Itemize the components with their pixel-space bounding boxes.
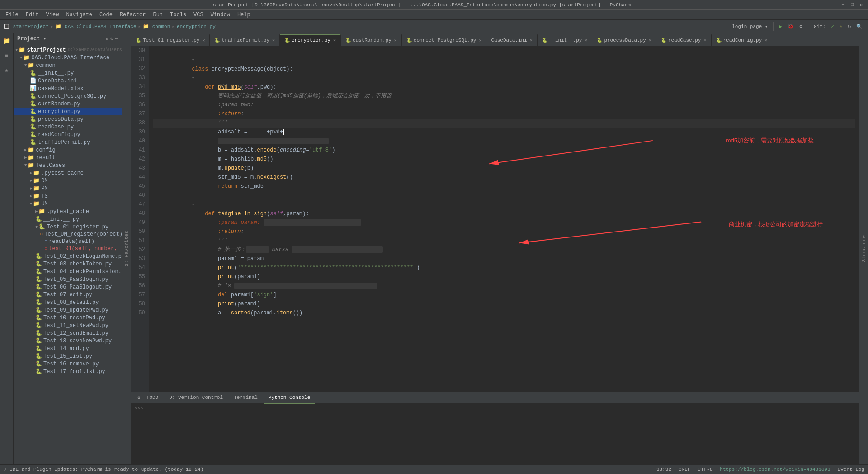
tree-readdata[interactable]: ○ readData(self) — [14, 238, 122, 245]
menu-code[interactable]: Code — [96, 10, 116, 20]
settings-icon[interactable]: ⚙ — [110, 36, 113, 42]
breadcrumb-folder[interactable]: 📁 common — [143, 24, 170, 29]
menu-edit[interactable]: Edit — [22, 10, 42, 20]
maximize-button[interactable]: □ — [849, 2, 855, 8]
close-button[interactable]: ✕ — [858, 2, 864, 8]
options-icon[interactable]: ⋯ — [115, 36, 118, 42]
tab-processdata[interactable]: 🐍 processData.py ✕ — [592, 34, 656, 46]
tree-startproject[interactable]: ▼ 📁 startProject D:\360MoveData\Users\le… — [14, 46, 122, 54]
breadcrumb-module[interactable]: 📁 OAS.Cloud.PAAS_Interface — [55, 24, 136, 29]
menu-vcs[interactable]: VCS — [190, 10, 207, 20]
tree-test05[interactable]: 🐍 Test_05_PaaSlogin.py — [14, 275, 122, 283]
menu-tools[interactable]: Tools — [166, 10, 190, 20]
tree-test03[interactable]: 🐍 Test_03_checkToken.py — [14, 260, 122, 268]
tree-test06[interactable]: 🐍 Test_06_PaaSlogout.py — [14, 283, 122, 291]
tree-casemodel-xlsx[interactable]: 📊 caseModel.xlsx — [14, 85, 122, 92]
tree-test04[interactable]: 🐍 Test_04_checkPermission.py — [14, 268, 122, 275]
tab-connect-pg[interactable]: 🐍 connect_PostgreSQL.py ✕ — [402, 34, 487, 46]
menu-navigate[interactable]: Navigate — [62, 10, 96, 20]
tree-pytest-cache[interactable]: ▶ 📁 .pytest_cache — [14, 169, 122, 177]
tree-ts[interactable]: ▶ 📁 TS — [14, 192, 122, 200]
breadcrumb-project[interactable]: 🔳 startProject — [4, 24, 49, 29]
update-status[interactable]: ⚡ IDE and Plugin Updates: PyCharm is rea… — [4, 466, 203, 472]
tree-test14[interactable]: 🐍 Test_14_add.py — [14, 345, 122, 352]
tab-casedata[interactable]: CaseData.ini ✕ — [486, 34, 537, 46]
tree-test17[interactable]: 🐍 Test_17_fool.ist.py — [14, 368, 122, 375]
tree-test16[interactable]: 🐍 Test_16_remove.py — [14, 360, 122, 368]
tree-test07[interactable]: 🐍 Test_07_edit.py — [14, 291, 122, 299]
tree-config[interactable]: ▶ 📁 config — [14, 146, 122, 154]
refresh-btn[interactable]: ↻ — [846, 23, 853, 30]
menu-window[interactable]: Window — [207, 10, 234, 20]
tab-readconfig[interactable]: 🐍 readConfig.py ✕ — [712, 34, 773, 46]
fold-46[interactable]: ▼ — [192, 203, 194, 207]
run-config[interactable]: ⚙ — [797, 23, 804, 30]
tree-trafficpermit[interactable]: 🐍 trafficPermit.py — [14, 138, 122, 146]
tab-close-casedata[interactable]: ✕ — [530, 38, 533, 43]
tree-custrandom[interactable]: 🐍 custRandom.py — [14, 100, 122, 108]
bottom-tab-python-console[interactable]: Python Console — [264, 392, 315, 404]
menu-file[interactable]: File — [2, 10, 22, 20]
tab-close-connect-pg[interactable]: ✕ — [479, 38, 481, 43]
breadcrumb-file[interactable]: encryption.py — [177, 24, 216, 29]
tree-test15[interactable]: 🐍 Test_15_list.py — [14, 352, 122, 360]
favorites-panel[interactable]: 2: Favorites — [122, 33, 131, 464]
structure-icon[interactable]: ≡ — [3, 50, 10, 61]
tab-close-readconfig[interactable]: ✕ — [764, 38, 767, 43]
tab-close-processdata[interactable]: ✕ — [649, 38, 651, 43]
tab-init[interactable]: 🐍 __init__.py ✕ — [538, 34, 593, 46]
tab-readcase[interactable]: 🐍 readCase.py ✕ — [656, 34, 712, 46]
checkmark-btn[interactable]: ✓ — [829, 23, 836, 30]
tree-dm[interactable]: ▶ 📁 DM — [14, 177, 122, 185]
tab-test01[interactable]: 🐍 Test_01_register.py ✕ — [131, 34, 210, 46]
tab-close-encryption[interactable]: ✕ — [333, 38, 336, 43]
sync-icon[interactable]: ⇅ — [105, 36, 108, 42]
tab-close-custrandom[interactable]: ✕ — [394, 38, 397, 43]
encoding[interactable]: UTF-8 — [698, 467, 712, 472]
search-btn[interactable]: 🔍 — [854, 23, 864, 30]
code-editor[interactable]: md5加密前，需要对原始数据加盐 商业机密，根据公司的加密流程进行 30 31 … — [131, 46, 859, 392]
tree-test11[interactable]: 🐍 Test_11_setNewPwd.py — [14, 322, 122, 329]
tree-test08[interactable]: 🐍 Test_08_detail.py — [14, 299, 122, 306]
line-ending[interactable]: CRLF — [679, 467, 690, 472]
tree-init-py[interactable]: 🐍 __init__.py — [14, 69, 122, 77]
debug-btn[interactable]: 🐞 — [786, 23, 796, 30]
tree-oas-cloud[interactable]: ▼ 📁 OAS.Cloud.PAAS_Interface — [14, 54, 122, 62]
tree-common[interactable]: ▼ 📁 common — [14, 62, 122, 69]
tab-trafficpermit[interactable]: 🐍 trafficPermit.py ✕ — [210, 34, 280, 46]
login-page-dropdown[interactable]: login_page ▾ — [730, 23, 769, 30]
tree-test02[interactable]: 🐍 Test_02_checkLoginName.py — [14, 252, 122, 260]
tree-pm[interactable]: ▶ 📁 PM — [14, 185, 122, 192]
bottom-tab-terminal[interactable]: Terminal — [229, 392, 262, 404]
tree-readcase[interactable]: 🐍 readCase.py — [14, 123, 122, 131]
tree-test10[interactable]: 🐍 Test_10_resetPwd.py — [14, 314, 122, 322]
tree-testcases[interactable]: ▼ 📁 TestCases — [14, 161, 122, 169]
tree-connect-postgresql[interactable]: 🐍 connect_PostgreSQL.py — [14, 92, 122, 100]
tree-test01[interactable]: ▼ 🐍 Test_01_register.py — [14, 223, 122, 231]
git-btn[interactable]: Git: — [812, 23, 827, 30]
run-btn[interactable]: ▶ — [777, 23, 784, 30]
tab-encryption[interactable]: 🐍 encryption.py ✕ — [280, 34, 341, 46]
tree-test01-method[interactable]: ○ test_01(self, number, log — [14, 245, 122, 252]
fold-32[interactable]: ▼ — [192, 76, 194, 81]
tree-result[interactable]: ▶ 📁 result — [14, 154, 122, 161]
tree-test13[interactable]: 🐍 Test_13_saveNewPwd.py — [14, 337, 122, 345]
tab-close-test01[interactable]: ✕ — [202, 38, 205, 43]
tab-close-init[interactable]: ✕ — [585, 38, 587, 43]
menu-run[interactable]: Run — [149, 10, 166, 20]
bookmarks-icon[interactable]: ★ — [3, 65, 10, 76]
tree-um[interactable]: ▼ 📁 UM — [14, 200, 122, 208]
tree-test01-class[interactable]: ○ Test_UM_register(object) — [14, 231, 122, 238]
tree-casedata-ini[interactable]: 📄 CaseData.ini — [14, 77, 122, 85]
menu-refactor[interactable]: Refactor — [116, 10, 150, 20]
url-link[interactable]: https://blog.csdn.net/weixin-43431693 — [720, 467, 830, 472]
bottom-tab-vcs[interactable]: 9: Version Control — [165, 392, 227, 404]
tree-encryption[interactable]: 🐍 encryption.py — [14, 108, 122, 115]
tab-custrandom[interactable]: 🐍 custRandom.py ✕ — [341, 34, 402, 46]
minimize-button[interactable]: ─ — [840, 2, 846, 8]
tree-um-init[interactable]: 🐍 __init__.py — [14, 215, 122, 223]
menu-view[interactable]: View — [42, 10, 63, 20]
warning-btn[interactable]: ⚠ — [838, 23, 844, 30]
fold-30[interactable]: ▼ — [192, 58, 194, 62]
tree-readconfig[interactable]: 🐍 readConfig.py — [14, 131, 122, 138]
